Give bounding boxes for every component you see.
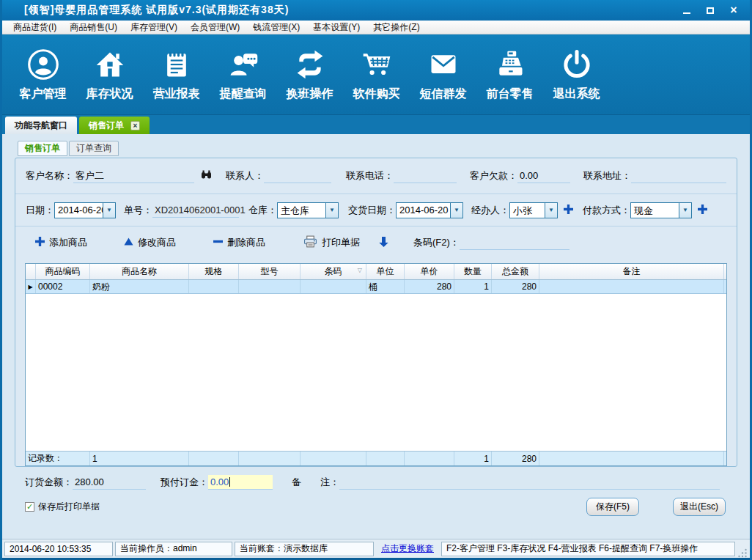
close-button[interactable]: × [728,4,740,16]
address-input[interactable] [631,169,726,183]
menu-item-cashflow[interactable]: 钱流管理(X) [246,21,306,34]
phone-input[interactable] [394,169,457,183]
subtab-order-query[interactable]: 订单查询 [69,141,119,156]
delivery-date-combobox[interactable]: 2014-06-20▼ [396,202,463,218]
print-after-save-checkbox[interactable]: ✓ 保存后打印单据 [25,501,100,513]
switch-account-link[interactable]: 点击更换账套 [376,542,439,555]
tab-sales-order[interactable]: 销售订单× [79,117,150,134]
customer-row: 客户名称： 客户二 联系人： 联系电话： 客户欠款： 0.00 联系地址： [15,158,737,194]
row-selector-icon: ▶ [26,280,36,293]
toolbar-label-inventory-status: 库存状况 [86,86,133,102]
add-payment-button[interactable] [698,204,707,217]
column-header-barcode[interactable]: 条码▽ [301,264,366,279]
footer-cell-price [405,452,454,465]
warehouse-label: 仓库： [248,204,277,217]
exit-button[interactable]: 退出(Esc) [673,498,726,516]
save-button[interactable]: 保存(F5) [586,498,639,516]
prepaid-label: 预付订金： [161,476,208,489]
remark-input[interactable] [339,475,720,490]
menu-item-purchase[interactable]: 商品进货(I) [7,21,63,34]
menu-item-inventory[interactable]: 库存管理(V) [124,21,184,34]
menu-item-other[interactable]: 其它操作(Z) [366,21,426,34]
add-product-button[interactable]: 添加商品 [35,236,87,249]
tab-nav-window[interactable]: 功能导航窗口 [5,117,77,134]
cell-spec [189,280,239,293]
maximize-button[interactable] [704,4,716,16]
footer-cell-spec [189,452,239,465]
add-operator-button[interactable] [564,204,573,217]
toolbar-inventory-status[interactable]: 库存状况 [76,34,143,114]
footer-cell-remark [539,452,724,465]
toolbar-software-purchase[interactable]: 软件购买 [343,34,410,114]
tab-close-icon[interactable]: × [130,121,140,130]
debt-value: 0.00 [520,170,538,181]
chevron-down-icon[interactable]: ▼ [325,203,338,218]
date-combobox[interactable]: 2014-06-20▼ [54,202,116,218]
subtab-sales-order[interactable]: 销售订单 [18,141,67,156]
chevron-down-icon[interactable]: ▼ [103,203,115,218]
column-header-unit[interactable]: 单位 [366,264,405,279]
toolbar-label-shift-change: 换班操作 [287,86,333,102]
order-no-field[interactable]: XD2014062001-0001 [152,203,239,218]
delete-product-button[interactable]: 删除商品 [213,236,265,249]
operator-combobox[interactable]: 小张▼ [509,202,558,218]
column-header-price[interactable]: 单价 [405,264,454,279]
minus-icon [213,237,223,248]
chevron-down-icon[interactable]: ▼ [450,203,462,218]
add-product-label: 添加商品 [49,236,87,249]
toolbar-reminder-query[interactable]: 提醒查询 [210,34,276,114]
column-header-code[interactable]: 商品编码 [36,264,90,279]
toolbar-sms-broadcast[interactable]: 短信群发 [410,34,476,114]
customer-search-button[interactable] [200,169,213,183]
cash-register-icon [494,47,526,81]
footer-cell-name: 1 [90,452,189,465]
payment-combobox[interactable]: 现金▼ [630,202,692,218]
cart-icon [361,47,393,81]
column-header-spec[interactable]: 规格 [189,264,239,279]
toolbar-customer-management[interactable]: 客户管理 [10,34,76,114]
cell-amount: 280 [492,280,539,293]
column-header-amount[interactable]: 总金额 [492,264,539,279]
column-header-remark[interactable]: 备注 [539,264,724,279]
toolbar-exit-system[interactable]: 退出系统 [543,34,610,114]
order-amount-input[interactable]: 280.00 [73,475,146,490]
menu-item-settings[interactable]: 基本设置(Y) [306,21,366,34]
prepaid-input[interactable]: 0.00 [208,475,273,490]
column-header-model[interactable]: 型号 [239,264,301,279]
toolbar-pos-retail[interactable]: 前台零售 [476,34,543,114]
barcode-input[interactable] [460,235,569,250]
cell-price: 280 [405,280,454,293]
chevron-down-icon[interactable]: ▼ [679,203,691,218]
minimize-button[interactable] [681,4,693,16]
column-header-name[interactable]: 商品名称 [90,264,189,279]
menu-item-sales[interactable]: 商品销售(U) [63,21,124,34]
prepaid-value: 0.00 [210,476,229,487]
order-panel: 客户名称： 客户二 联系人： 联系电话： 客户欠款： 0.00 联系地址： 日期… [15,158,737,467]
grid-header: 商品编码商品名称规格型号条码▽单位单价数量总金额备注 [26,264,726,280]
envelope-icon [427,47,460,81]
contact-input[interactable] [264,169,331,183]
menu-bar: 商品进货(I)商品销售(U)库存管理(V)会员管理(W)钱流管理(X)基本设置(… [2,21,750,34]
address-label: 联系地址： [583,169,631,183]
operator-label: 经办人： [471,204,509,217]
grid-footer: 记录数：11280 [26,451,726,465]
chevron-down-icon[interactable]: ▼ [545,203,557,218]
print-receipt-button[interactable]: 打印单据 [303,235,360,250]
move-down-button[interactable] [379,236,388,250]
warehouse-combobox[interactable]: 主仓库▼ [277,202,339,218]
edit-product-button[interactable]: 修改商品 [124,236,176,249]
customer-name-input[interactable]: 客户二 [73,169,194,183]
toolbar-label-exit-system: 退出系统 [553,86,600,102]
cell-code: 00002 [36,280,90,293]
toolbar-shift-change[interactable]: 换班操作 [276,34,343,114]
column-header-qty[interactable]: 数量 [454,264,492,279]
debt-input[interactable]: 0.00 [517,169,570,183]
toolbar-business-report[interactable]: 营业报表 [143,34,210,114]
maximize-icon [707,7,714,14]
resize-grip[interactable] [737,548,748,558]
table-row[interactable]: ▶00002奶粉桶2801280 [26,280,726,294]
menu-item-member[interactable]: 会员管理(W) [184,21,246,34]
app-window: [领智]母婴用品管理系统 试用版v7.3(试用期还有38天) × 商品进货(I)… [0,0,752,560]
status-account: 当前账套：演示数据库 [235,542,374,556]
footer-cell-unit [366,452,405,465]
